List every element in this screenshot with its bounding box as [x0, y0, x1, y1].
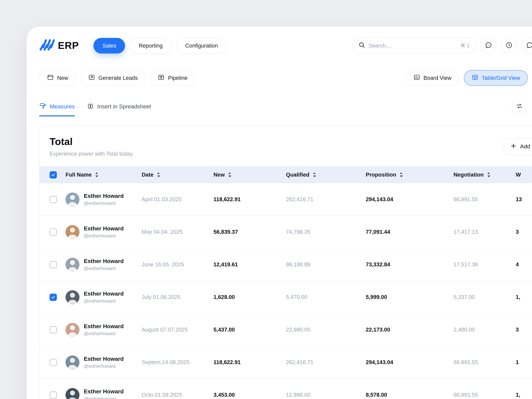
new-button-label: New — [57, 75, 68, 81]
negotiation-cell: 66,891.55 — [454, 392, 516, 398]
date-cell: June 16.05. 2025 — [142, 261, 214, 268]
negotiation-cell: 66,891.55 — [454, 196, 516, 203]
proposition-cell: 22,173.00 — [366, 327, 454, 333]
new-button[interactable]: New — [39, 70, 76, 86]
pipeline-button[interactable]: Pipeline — [150, 70, 195, 86]
table-grid-view-button[interactable]: Table/Grid View — [464, 70, 528, 86]
nav-tab-reporting[interactable]: Reporting — [130, 38, 171, 53]
spreadsheet-columns-icon — [87, 102, 94, 111]
user-cell: Esther Howard @estherhoward — [65, 355, 142, 369]
tabs-row: Measures Insert in Spreadsheet — [27, 99, 532, 116]
app-card: ERP Sales Reporting Configuration Search… — [27, 27, 532, 399]
avatar — [65, 290, 79, 304]
search-icon — [358, 42, 365, 50]
tab-insert-spreadsheet-label: Insert in Spreadsheet — [97, 103, 151, 110]
won-cell: 13 — [516, 196, 532, 203]
column-header-qualified[interactable]: Qualified — [286, 171, 366, 178]
board-view-label: Board View — [424, 75, 451, 81]
column-header-negotiation[interactable]: Negotiation — [454, 171, 516, 178]
swap-horizontal-icon — [516, 102, 523, 111]
column-header-proposition[interactable]: Proposition — [366, 171, 454, 178]
proposition-cell: 77,091.44 — [366, 229, 454, 235]
generate-leads-label: Generate Leads — [98, 75, 138, 81]
sort-icon — [157, 172, 160, 177]
column-header-new[interactable]: New — [214, 171, 286, 178]
messages-button[interactable] — [481, 38, 496, 54]
board-view-icon — [413, 74, 420, 82]
won-cell: 4 — [516, 261, 532, 268]
table-row: Esther Howard @estherhoward June 16.05. … — [40, 248, 532, 281]
column-label: Negotiation — [454, 171, 484, 178]
user-cell: Esther Howard @estherhoward — [65, 225, 142, 239]
column-label: Proposition — [366, 171, 396, 178]
avatar — [65, 323, 79, 337]
qualified-cell: 262,416.71 — [286, 359, 366, 365]
table-row: Esther Howard @estherhoward May 04.04. 2… — [40, 216, 532, 248]
clock-icon — [505, 41, 513, 50]
proposition-cell: 8,578.00 — [366, 392, 454, 398]
table-grid-view-label: Table/Grid View — [482, 75, 520, 81]
qualified-cell: 262,416.71 — [286, 196, 366, 203]
search-input[interactable]: Search.... ⌘ 1 — [352, 38, 476, 54]
column-header-won[interactable]: W — [516, 171, 532, 178]
panel-header-text: Total Experience power with Total today. — [50, 136, 134, 157]
qualified-cell: 22,990.00 — [286, 327, 366, 333]
swap-columns-button[interactable] — [512, 99, 527, 114]
row-checkbox[interactable] — [50, 261, 57, 268]
nav-tab-configuration[interactable]: Configuration — [176, 38, 227, 53]
negotiation-cell: 17,417.13 — [454, 229, 516, 235]
search-shortcut: ⌘ 1 — [460, 43, 469, 49]
history-button[interactable] — [501, 38, 517, 54]
avatar — [65, 258, 79, 272]
new-cell: 1,628.00 — [214, 294, 286, 300]
user-text: Esther Howard @estherhoward — [84, 323, 124, 336]
negotiation-cell: 17,517.38 — [454, 261, 516, 268]
board-view-button[interactable]: Board View — [405, 70, 459, 86]
column-header-full-name[interactable]: Full Name — [65, 171, 142, 178]
row-checkbox[interactable] — [50, 359, 57, 366]
row-checkbox[interactable] — [50, 293, 57, 301]
generate-leads-button[interactable]: Generate Leads — [81, 70, 146, 86]
user-name: Esther Howard — [84, 225, 124, 232]
extra-button[interactable] — [522, 38, 532, 54]
user-handle: @estherhoward — [84, 234, 124, 238]
table-row: Esther Howard @estherhoward August 07.07… — [40, 314, 532, 346]
pipeline-icon — [158, 74, 165, 82]
date-cell: Octo.01.09.2025 — [142, 392, 214, 398]
new-cell: 118,622.91 — [214, 196, 286, 203]
add-new-button[interactable]: Add Ne — [504, 138, 532, 155]
row-checkbox[interactable] — [50, 196, 57, 203]
table-row: Esther Howard @estherhoward Septem,14.08… — [40, 346, 532, 379]
user-text: Esther Howard @estherhoward — [84, 225, 124, 238]
avatar — [65, 355, 79, 369]
tab-insert-spreadsheet[interactable]: Insert in Spreadsheet — [87, 100, 151, 116]
new-cell: 12,419.61 — [214, 261, 286, 268]
new-cell: 5,437.00 — [214, 327, 286, 333]
toolbar-actions: New Generate Leads — [39, 70, 195, 86]
brand: ERP — [39, 38, 79, 52]
negotiation-cell: 5,337.00 — [454, 294, 516, 300]
qualified-cell: 98,188.89 — [286, 261, 366, 268]
proposition-cell: 294,143.04 — [366, 359, 454, 365]
user-name: Esther Howard — [84, 258, 124, 265]
tab-measures[interactable]: Measures — [39, 100, 75, 116]
pipeline-label: Pipeline — [168, 75, 188, 81]
nav-tab-sales[interactable]: Sales — [93, 38, 125, 53]
date-cell: May 04.04. 2025 — [142, 229, 214, 235]
row-checkbox[interactable] — [50, 391, 57, 399]
date-cell: Septem,14.08.2025 — [142, 359, 214, 365]
user-name: Esther Howard — [84, 291, 124, 297]
logo-icon — [39, 38, 55, 52]
select-all-checkbox[interactable] — [50, 171, 57, 178]
user-text: Esther Howard @estherhoward — [84, 356, 124, 369]
table-row: Esther Howard @estherhoward April 01.03.… — [40, 183, 532, 216]
avatar — [65, 225, 79, 239]
proposition-cell: 5,999.00 — [366, 294, 454, 300]
row-checkbox[interactable] — [50, 228, 57, 236]
user-text: Esther Howard @estherhoward — [84, 258, 124, 271]
table-body: Esther Howard @estherhoward April 01.03.… — [40, 183, 532, 399]
column-header-date[interactable]: Date — [142, 171, 214, 178]
date-cell: July 01.06.2025 — [142, 294, 214, 300]
row-checkbox[interactable] — [50, 326, 57, 333]
column-label: New — [214, 171, 225, 178]
